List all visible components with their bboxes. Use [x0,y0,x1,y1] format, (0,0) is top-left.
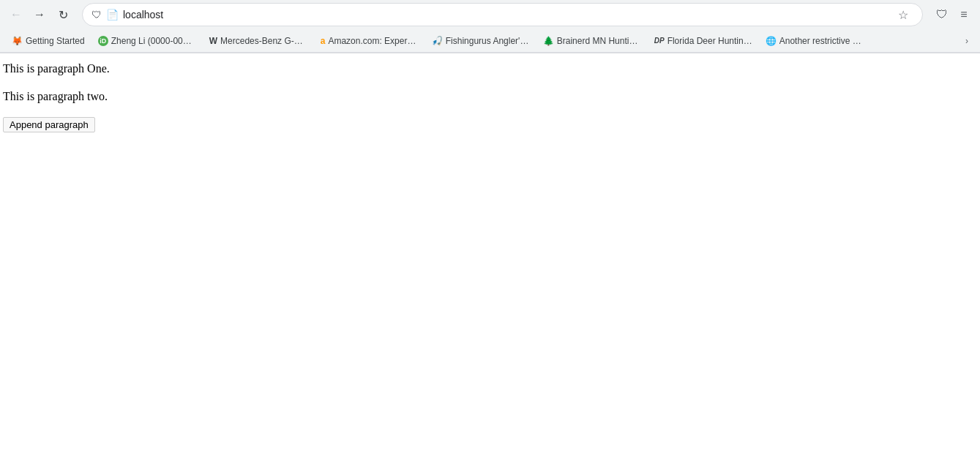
menu-icon: ≡ [960,8,967,21]
bookmark-item-another-restrictive[interactable]: 🌐 Another restrictive dee... [760,33,869,49]
forward-icon: → [34,8,45,21]
browser-chrome: ← → ↻ 🛡 📄 ☆ 🛡 ≡ 🦊 Get [0,0,980,53]
bookmark-favicon-fishingurus: 🎣 [432,36,443,46]
paragraph-one: This is paragraph One. [3,61,977,77]
firefox-shield-icon: 🛡 [936,8,948,21]
bookmark-favicon-getting-started: 🦊 [12,36,23,46]
bookmark-item-getting-started[interactable]: 🦊 Getting Started [6,33,91,49]
back-button[interactable]: ← [6,4,26,25]
page-content: This is paragraph One. This is paragraph… [0,53,980,458]
nav-bar: ← → ↻ 🛡 📄 ☆ 🛡 ≡ [0,0,980,29]
bookmark-favicon-zheng-li: iD [98,36,108,46]
bookmark-label-florida-deer: Florida Deer Hunting S... [667,36,752,46]
bookmark-item-zheng-li[interactable]: iD Zheng Li (0000-0002-3... [92,33,202,49]
bookmarks-overflow-button[interactable]: › [960,34,974,48]
bookmark-favicon-amazon: a [321,36,326,46]
append-paragraph-button[interactable]: Append paragraph [3,117,95,132]
bookmark-item-mercedes[interactable]: W Mercedes-Benz G-Clas... [203,33,313,49]
toolbar-right: 🛡 ≡ [932,4,974,25]
reload-icon: ↻ [59,8,68,22]
reload-button[interactable]: ↻ [53,4,73,25]
bookmark-label-fishingurus: Fishingurus Angler's l... [446,36,530,46]
menu-button[interactable]: ≡ [954,4,974,25]
paragraph-two: This is paragraph two. [3,89,977,105]
security-shield-icon: 🛡 [91,9,102,20]
bookmark-label-another-restrictive: Another restrictive dee... [779,36,864,46]
bookmark-item-brainerd[interactable]: 🌲 Brainerd MN Hunting ... [537,33,647,49]
bookmark-favicon-florida-deer: DP [654,37,665,45]
bookmark-label-amazon: Amazon.com: ExpertP... [328,36,418,46]
bookmark-label-brainerd: Brainerd MN Hunting ... [557,36,641,46]
bookmarks-bar: 🦊 Getting Started iD Zheng Li (0000-0002… [0,29,980,53]
address-bar-container: 🛡 📄 ☆ [82,3,923,26]
bookmark-favicon-another-restrictive: 🌐 [766,36,777,46]
star-icon: ☆ [898,8,908,22]
forward-button[interactable]: → [29,4,50,25]
bookmark-label-mercedes: Mercedes-Benz G-Clas... [220,36,307,46]
bookmark-item-fishingurus[interactable]: 🎣 Fishingurus Angler's l... [426,33,536,49]
firefox-shield-button[interactable]: 🛡 [932,4,952,25]
bookmark-favicon-brainerd: 🌲 [543,36,554,46]
address-input[interactable] [123,9,889,20]
page-icon: 📄 [106,9,119,20]
bookmark-label-getting-started: Getting Started [26,36,85,46]
chevron-right-icon: › [965,36,968,46]
bookmark-star-button[interactable]: ☆ [893,4,913,25]
bookmark-label-zheng-li: Zheng Li (0000-0002-3... [111,36,196,46]
bookmark-item-florida-deer[interactable]: DP Florida Deer Hunting S... [648,33,758,49]
back-icon: ← [10,8,22,21]
bookmark-item-amazon[interactable]: a Amazon.com: ExpertP... [315,33,424,49]
bookmark-favicon-mercedes: W [209,36,217,46]
